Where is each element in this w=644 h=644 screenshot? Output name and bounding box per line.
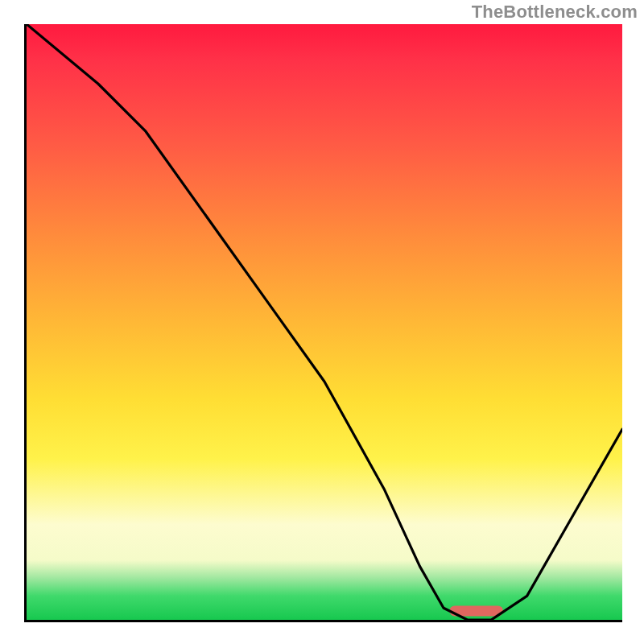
- bottleneck-curve: [27, 24, 622, 620]
- bottleneck-chart: TheBottleneck.com: [0, 0, 644, 644]
- curve-layer: [27, 24, 622, 620]
- plot-area: [24, 24, 622, 622]
- watermark-text: TheBottleneck.com: [472, 2, 638, 23]
